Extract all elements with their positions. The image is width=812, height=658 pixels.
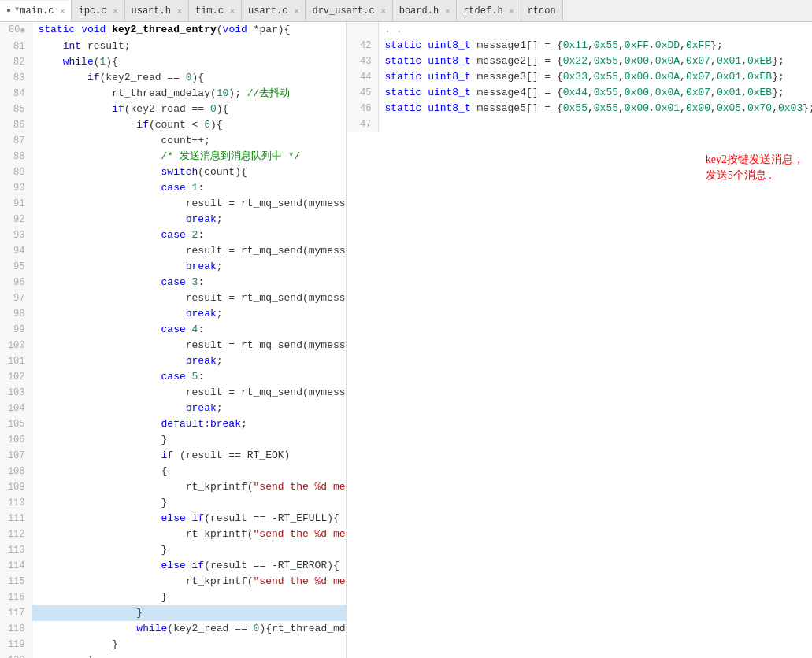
tab-usart-h[interactable]: usart.h ✕: [125, 0, 189, 21]
table-row: 114 else if(result == -RT_ERROR){: [0, 558, 346, 574]
table-row: 89 switch(count){: [0, 164, 346, 180]
table-row: 86 if(count < 6){: [0, 117, 346, 133]
table-row: 99 case 4:: [0, 322, 346, 338]
table-row: 81 int result;: [0, 39, 346, 54]
tab-label-rtcon: rtcon: [528, 6, 556, 17]
table-row: 43 static uint8_t message2[] = {0x22,0x5…: [347, 54, 812, 69]
editor-container: 80◉ static void key2_thread_entry(void *…: [0, 22, 812, 658]
table-row: 95 break;: [0, 259, 346, 275]
table-row: 96 case 3:: [0, 275, 346, 290]
tab-close-tim-c[interactable]: ✕: [230, 6, 235, 16]
table-row: 92 break;: [0, 212, 346, 227]
table-row: 105 default:break;: [0, 416, 346, 432]
table-row: 120 }: [0, 652, 346, 658]
tab-close-usart-h[interactable]: ✕: [177, 6, 182, 16]
table-row: 100 result = rt_mq_send(mymessage, messa…: [0, 338, 346, 353]
tab-close-rtdef-h[interactable]: ✕: [510, 6, 514, 16]
table-row: 104 break;: [0, 401, 346, 416]
table-row: 110 }: [0, 495, 346, 511]
tab-ipc-c[interactable]: ipc.c ✕: [72, 0, 124, 21]
tab-label-board-h: board.h: [399, 6, 439, 17]
tab-label-tim-c: tim.c: [195, 6, 224, 17]
table-row: 46 static uint8_t message5[] = {0x55,0x5…: [347, 101, 812, 116]
table-row: 44 static uint8_t message3[] = {0x33,0x5…: [347, 69, 812, 85]
left-panel: 80◉ static void key2_thread_entry(void *…: [0, 22, 347, 658]
tab-label-rtdef-h: rtdef.h: [463, 6, 502, 17]
table-row: 47: [347, 116, 812, 132]
tab-label-ipc-c: ipc.c: [78, 6, 106, 17]
table-row: 103 result = rt_mq_send(mymessage, messa…: [0, 385, 346, 401]
table-row: 111 else if(result == -RT_EFULL){: [0, 511, 346, 527]
annotation-box: key2按键发送消息， 发送5个消息 .: [706, 152, 804, 183]
tab-close-main-c[interactable]: ✕: [60, 6, 65, 16]
table-row: 109 rt_kprintf("send the %d message ok!!…: [0, 479, 346, 495]
table-row: 115 rt_kprintf("send the %d message fail…: [0, 574, 346, 590]
right-code-table: . . 42 static uint8_t message1[] = {0x11…: [347, 22, 812, 132]
tab-close-ipc-c[interactable]: ✕: [113, 6, 117, 16]
table-row: 94 result = rt_mq_send(mymessage, messag…: [0, 243, 346, 259]
table-row: 88 /* 发送消息到消息队列中 */: [0, 149, 346, 164]
tab-drv-usart-c[interactable]: drv_usart.c ✕: [306, 0, 392, 21]
right-panel: key2按键发送消息， 发送5个消息 . . . 42 static uint8…: [347, 22, 812, 658]
table-row: 106 }: [0, 432, 346, 448]
table-row: . .: [347, 22, 812, 38]
table-row: 87 count++;: [0, 133, 346, 149]
left-code-area[interactable]: 80◉ static void key2_thread_entry(void *…: [0, 22, 346, 658]
table-row: 113 }: [0, 542, 346, 558]
table-row: 101 break;: [0, 353, 346, 369]
table-row: 97 result = rt_mq_send(mymessage, messag…: [0, 290, 346, 306]
tab-usart-c[interactable]: usart.c ✕: [242, 0, 306, 21]
tab-icon-main-c: ●: [6, 6, 11, 15]
tab-rtdef-h[interactable]: rtdef.h ✕: [457, 0, 521, 21]
table-row: 107 if (result == RT_EOK): [0, 448, 346, 464]
tab-label-drv-usart-c: drv_usart.c: [312, 6, 374, 17]
table-row: 108 {: [0, 464, 346, 479]
table-row: 82 while(1){: [0, 54, 346, 70]
right-code-area[interactable]: key2按键发送消息， 发送5个消息 . . . 42 static uint8…: [347, 22, 812, 658]
tab-close-board-h[interactable]: ✕: [445, 6, 450, 16]
table-row: 85 if(key2_read == 0){: [0, 102, 346, 117]
tab-main-c[interactable]: ● *main.c ✕: [0, 1, 72, 22]
table-row: 116 }: [0, 590, 346, 605]
tab-close-usart-c[interactable]: ✕: [294, 6, 298, 16]
tabs-bar: ● *main.c ✕ ipc.c ✕ usart.h ✕ tim.c ✕ us…: [0, 0, 812, 22]
tab-rtcon[interactable]: rtcon: [521, 0, 563, 21]
table-row: 83 if(key2_read == 0){: [0, 70, 346, 86]
tab-label-main-c: *main.c: [14, 6, 54, 17]
table-row: 112 rt_kprintf("send the %d message fail…: [0, 527, 346, 542]
table-row: 118 while(key2_read == 0){rt_thread_mdel…: [0, 621, 346, 637]
tab-label-usart-c: usart.c: [248, 6, 287, 17]
table-row: 119 }: [0, 637, 346, 652]
tab-tim-c[interactable]: tim.c ✕: [189, 0, 242, 21]
tab-label-usart-h: usart.h: [132, 6, 171, 17]
table-row: 93 case 2:: [0, 227, 346, 243]
table-row: 80◉ static void key2_thread_entry(void *…: [0, 22, 346, 39]
table-row: 84 rt_thread_mdelay(10); //去抖动: [0, 86, 346, 102]
table-row: 102 case 5:: [0, 369, 346, 385]
table-row: 98 break;: [0, 306, 346, 322]
table-row: 91 result = rt_mq_send(mymessage, messag…: [0, 196, 346, 212]
table-row: 42 static uint8_t message1[] = {0x11,0x5…: [347, 38, 812, 54]
tab-board-h[interactable]: board.h ✕: [393, 0, 457, 21]
table-row: 90 case 1:: [0, 180, 346, 196]
table-row: 117 }: [0, 605, 346, 621]
left-code-table: 80◉ static void key2_thread_entry(void *…: [0, 22, 346, 658]
tab-close-drv-usart-c[interactable]: ✕: [381, 6, 386, 16]
table-row: 45 static uint8_t message4[] = {0x44,0x5…: [347, 85, 812, 101]
